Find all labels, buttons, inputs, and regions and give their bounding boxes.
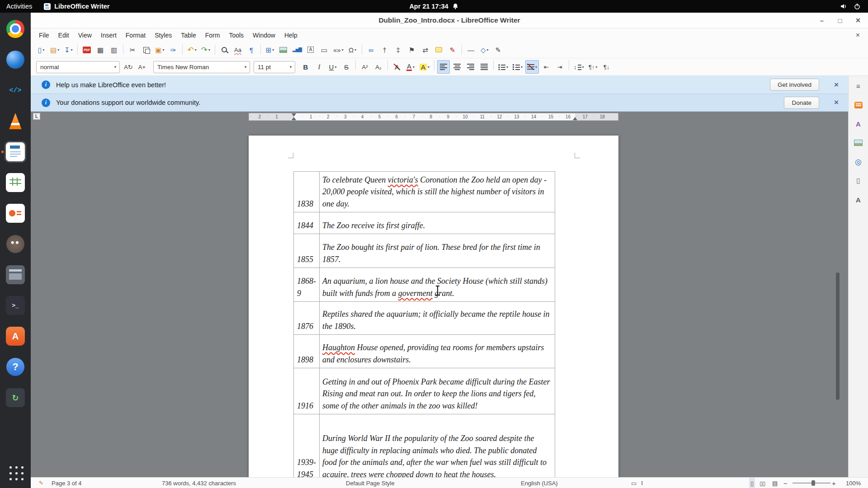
menu-form[interactable]: Form [201,30,225,41]
special-character-button[interactable]: Ω▾ [346,43,359,56]
event-cell[interactable]: Getting in and out of Phoenix Park becam… [320,368,555,414]
year-cell[interactable]: 1855 [294,234,320,267]
indent-marker[interactable] [573,117,577,120]
close-button[interactable]: × [853,16,863,25]
styles-button[interactable]: A [852,117,865,130]
year-cell[interactable]: 1916 [294,368,320,414]
activities-button[interactable]: Activities [6,3,32,10]
document-workspace[interactable]: L 21123456789101112131415161718·········… [31,112,848,477]
superscript-button[interactable]: A² [359,60,371,74]
chrome-app-button[interactable] [5,18,26,40]
paragraph-spacing-increase-button[interactable]: ¶↑▾ [587,60,599,74]
year-cell[interactable]: 1844 [294,212,320,234]
align-center-button[interactable] [451,60,463,74]
event-cell[interactable]: Haughton House opened, providing tea roo… [320,335,555,368]
font-size-combobox[interactable]: 11 pt ▾ [254,61,295,73]
insert-comment-button[interactable] [433,43,445,56]
formatting-marks-button[interactable]: ¶ [245,43,258,56]
tab-stop-selector[interactable]: L [33,113,40,120]
insert-textbox-button[interactable]: A [304,43,317,56]
insert-field-button[interactable]: «»▾ [331,43,345,56]
event-cell[interactable]: Reptiles shared the aquarium; it officia… [320,302,555,334]
no-list-button[interactable]: ▾ [525,60,539,74]
cross-reference-button[interactable]: ⇄ [419,43,432,56]
menu-insert[interactable]: Insert [96,30,121,41]
insert-image-button[interactable] [277,43,290,56]
new-style-button[interactable]: A+ [136,60,148,74]
year-cell[interactable]: 1838 [294,172,320,212]
paste-button[interactable]: ▣▾ [153,43,166,56]
volume-icon[interactable] [840,3,847,10]
power-icon[interactable] [854,3,861,10]
view-multi-page-button[interactable]: ▯▯ [760,478,765,488]
focused-app-indicator[interactable]: LibreOffice Writer [44,3,109,10]
cut-button[interactable]: ✂ [126,43,139,56]
year-cell[interactable]: 1939-1945 [294,414,320,477]
navigator-button[interactable]: ◎ [852,155,865,168]
menu-help[interactable]: Help [280,30,302,41]
menu-edit[interactable]: Edit [54,30,74,41]
zoom-slider[interactable] [793,483,830,483]
menu-window[interactable]: Window [248,30,280,41]
vertical-scrollbar[interactable] [835,112,840,477]
decrease-indent-button[interactable]: ⇤ [540,60,552,74]
subscript-button[interactable]: A₂ [372,60,385,74]
increase-indent-button[interactable]: ⇥ [553,60,566,74]
close-icon[interactable]: × [831,80,842,89]
footnote-button[interactable]: † [378,43,391,56]
redo-button[interactable]: ↷▾ [199,43,212,56]
properties-button[interactable] [852,99,865,111]
view-single-page-button[interactable]: ▯ [749,478,755,488]
app-grid-button[interactable] [7,464,24,481]
page-number-status[interactable]: Page 3 of 4 [52,478,82,488]
print-preview-button[interactable]: ▥ [108,43,120,56]
document-page[interactable]: 1838To celebrate Queen victoria's Corona… [249,136,618,477]
zoom-level[interactable]: 100% [846,478,861,488]
help-app-button[interactable]: ? [5,356,26,378]
menu-tools[interactable]: Tools [224,30,248,41]
selection-mode-icon[interactable]: ▭ [631,478,637,488]
software-updater-app-button[interactable]: ↻ [5,387,26,408]
libreoffice-calc-app-button[interactable] [5,172,26,193]
language-status[interactable]: English (USA) [521,478,558,488]
chevron-down-icon[interactable]: ▾ [111,65,119,69]
hyperlink-button[interactable]: ∞ [365,43,377,56]
zoom-out-button[interactable]: − [783,478,788,488]
event-cell[interactable]: During World War II the popularity of th… [320,414,555,477]
files-app-button[interactable] [5,264,26,286]
freeform-line-button[interactable]: ✎ [492,43,505,56]
chevron-down-icon[interactable]: ▾ [287,65,295,69]
line-spacing-button[interactable]: ↕▾ [572,60,586,74]
ubuntu-software-app-button[interactable]: A [5,325,26,347]
strikethrough-button[interactable]: S [340,60,353,74]
web-browser-app-button[interactable] [5,49,26,70]
gallery-button[interactable] [852,136,865,149]
sidebar-settings-button[interactable]: ≡ [852,80,865,92]
save-button[interactable]: ↧▾ [62,43,75,56]
menu-file[interactable]: File [34,30,54,41]
insert-mode-icon[interactable]: I [641,478,643,488]
event-cell[interactable]: To celebrate Queen victoria's Coronation… [320,172,555,212]
print-button[interactable]: ▦ [94,43,107,56]
insert-line-button[interactable]: — [465,43,477,56]
infobar-action-button[interactable]: Donate [784,97,819,109]
underline-button[interactable]: U▾ [326,60,339,74]
close-icon[interactable]: × [831,98,842,107]
titlebar[interactable]: Dublin_Zoo_Intro.docx - LibreOffice Writ… [31,13,868,28]
page-style-status[interactable]: Default Page Style [346,478,395,488]
clone-formatting-button[interactable]: ✑ [167,43,179,56]
bold-button[interactable]: B [299,60,312,74]
minimize-button[interactable]: – [816,17,827,24]
unordered-list-button[interactable]: ▾ [496,60,510,74]
italic-button[interactable]: I [313,60,326,74]
menu-format[interactable]: Format [121,30,150,41]
libreoffice-writer-app-button[interactable] [5,141,26,163]
menu-view[interactable]: View [74,30,96,41]
page-deck-button[interactable]: ▯ [852,174,865,187]
open-button[interactable]: ▤▾ [48,43,61,56]
maximize-button[interactable]: □ [835,17,845,24]
insert-table-button[interactable]: ⊞▾ [264,43,276,56]
indent-marker[interactable] [292,117,296,120]
menu-table[interactable]: Table [176,30,200,41]
year-cell[interactable]: 1876 [294,302,320,334]
